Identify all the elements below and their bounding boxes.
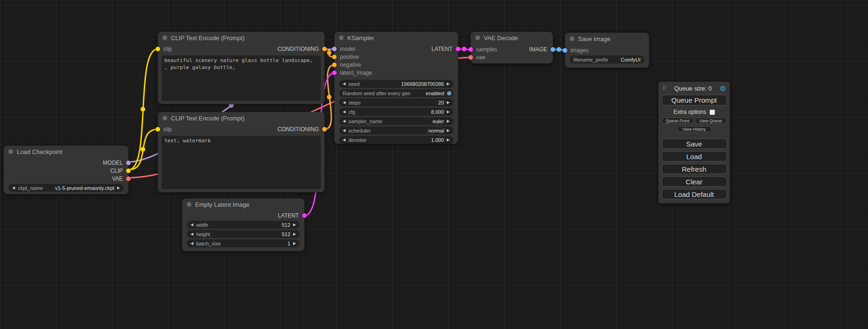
arrow-right-icon[interactable]: ▶ xyxy=(447,129,450,133)
extra-options-checkbox[interactable] xyxy=(710,110,715,115)
view-queue-button[interactable]: View Queue xyxy=(695,118,727,124)
arrow-right-icon[interactable]: ▶ xyxy=(117,186,120,190)
slot-label: vae xyxy=(476,54,485,61)
steps-widget[interactable]: ◀ steps 20 ▶ xyxy=(339,98,453,106)
widget-value: 512 xyxy=(211,222,290,228)
drag-handle-icon[interactable]: ⠿ xyxy=(662,85,666,91)
arrow-left-icon[interactable]: ◀ xyxy=(12,186,15,190)
queue-size-label: Queue size: 0 xyxy=(666,85,720,92)
clip-output-port[interactable] xyxy=(126,168,131,173)
samples-input-port[interactable] xyxy=(468,47,473,52)
latent-image-input-port[interactable] xyxy=(332,70,337,75)
scheduler-widget[interactable]: ◀ scheduler normal ▶ xyxy=(339,126,453,134)
node-header[interactable]: KSampler xyxy=(334,32,458,44)
collapse-dot-icon[interactable] xyxy=(162,116,167,120)
conditioning-output-port[interactable] xyxy=(322,47,327,51)
arrow-right-icon[interactable]: ▶ xyxy=(293,242,296,245)
arrow-right-icon[interactable]: ▶ xyxy=(447,82,450,86)
node-header[interactable]: CLIP Text Encode (Prompt) xyxy=(158,32,325,44)
latent-output-port[interactable] xyxy=(456,47,460,51)
arrow-left-icon[interactable]: ◀ xyxy=(343,82,346,86)
load-button[interactable]: Load xyxy=(662,151,727,161)
node-clip-text-encode-negative[interactable]: CLIP Text Encode (Prompt) clip CONDITION… xyxy=(158,112,325,192)
input-slot-images: images xyxy=(565,46,649,54)
queue-prompt-button[interactable]: Queue Prompt xyxy=(662,95,727,105)
view-history-button[interactable]: View History xyxy=(677,126,712,132)
link-midpoint-dot xyxy=(327,95,332,99)
node-header[interactable]: Load Checkpoint xyxy=(4,146,128,158)
widget-label: sampler_name xyxy=(348,119,382,124)
toggle-knob[interactable] xyxy=(447,91,452,96)
collapse-dot-icon[interactable] xyxy=(8,149,13,154)
node-header[interactable]: CLIP Text Encode (Prompt) xyxy=(158,112,325,124)
node-load-checkpoint[interactable]: Load Checkpoint MODEL CLIP VAE ◀ ckpt_na… xyxy=(4,146,128,194)
arrow-right-icon[interactable]: ▶ xyxy=(447,101,450,105)
settings-gear-icon[interactable]: ⚙ xyxy=(720,85,726,92)
arrow-left-icon[interactable]: ◀ xyxy=(343,129,346,133)
width-widget[interactable]: ◀ width 512 ▶ xyxy=(187,221,300,229)
arrow-left-icon[interactable]: ◀ xyxy=(343,101,346,105)
arrow-right-icon[interactable]: ▶ xyxy=(447,138,450,142)
random-seed-toggle[interactable]: Random seed after every gen enabled xyxy=(339,89,453,97)
filename-prefix-widget[interactable]: filename_prefix ComfyUI xyxy=(570,56,644,63)
arrow-left-icon[interactable]: ◀ xyxy=(343,138,346,142)
refresh-button[interactable]: Refresh xyxy=(662,164,727,174)
save-button[interactable]: Save xyxy=(662,139,727,149)
collapse-dot-icon[interactable] xyxy=(570,36,574,41)
arrow-left-icon[interactable]: ◀ xyxy=(191,232,193,236)
clip-input-port[interactable] xyxy=(155,47,160,51)
load-default-button[interactable]: Load Default xyxy=(662,189,727,199)
slot-label: clip xyxy=(163,126,172,133)
clip-input-port[interactable] xyxy=(155,127,160,132)
node-empty-latent-image[interactable]: Empty Latent Image LATENT ◀ width 512 ▶ … xyxy=(182,198,304,251)
arrow-right-icon[interactable]: ▶ xyxy=(293,223,296,227)
node-header[interactable]: Save Image xyxy=(565,33,649,45)
vae-output-port[interactable] xyxy=(126,176,131,181)
image-output-port[interactable] xyxy=(550,47,555,52)
positive-input-port[interactable] xyxy=(332,55,337,59)
model-input-port[interactable] xyxy=(332,47,337,51)
widget-value: normal xyxy=(374,128,444,133)
extra-options-row: Extra options xyxy=(661,109,727,115)
negative-prompt-textarea[interactable]: text, watermark xyxy=(162,136,321,189)
negative-input-port[interactable] xyxy=(332,63,337,67)
node-header[interactable]: VAE Decode xyxy=(471,32,553,44)
arrow-left-icon[interactable]: ◀ xyxy=(343,110,346,114)
collapse-dot-icon[interactable] xyxy=(187,202,191,207)
cfg-widget[interactable]: ◀ cfg 8.000 ▶ xyxy=(339,108,453,116)
slot-label: negative xyxy=(340,62,361,68)
vae-input-port[interactable] xyxy=(468,55,473,60)
batch-size-widget[interactable]: ◀ batch_size 1 ▶ xyxy=(187,239,300,247)
node-ksampler[interactable]: KSampler model LATENT positive negative … xyxy=(334,32,458,144)
collapse-dot-icon[interactable] xyxy=(162,35,167,40)
collapse-dot-icon[interactable] xyxy=(339,35,344,40)
conditioning-output-port[interactable] xyxy=(322,127,327,132)
graph-canvas[interactable]: { "colors": { "model": "#B39DDB", "clip"… xyxy=(0,0,868,329)
arrow-left-icon[interactable]: ◀ xyxy=(343,119,346,123)
arrow-right-icon[interactable]: ▶ xyxy=(293,232,296,236)
node-save-image[interactable]: Save Image images filename_prefix ComfyU… xyxy=(565,33,649,68)
images-input-port[interactable] xyxy=(563,48,567,53)
arrow-right-icon[interactable]: ▶ xyxy=(447,110,450,114)
arrow-right-icon[interactable]: ▶ xyxy=(447,119,450,123)
arrow-left-icon[interactable]: ◀ xyxy=(191,223,193,227)
queue-front-button[interactable]: Queue Front xyxy=(662,118,693,124)
output-slot-model: MODEL xyxy=(4,159,128,167)
model-output-port[interactable] xyxy=(126,161,131,165)
latent-output-port[interactable] xyxy=(302,213,307,218)
positive-prompt-textarea[interactable]: beautiful scenery nature glass bottle la… xyxy=(162,56,321,101)
slot-label: VAE xyxy=(112,175,123,182)
seed-widget[interactable]: ◀ seed 156680208700286 ▶ xyxy=(339,80,453,88)
clear-button[interactable]: Clear xyxy=(662,176,727,187)
height-widget[interactable]: ◀ height 512 ▶ xyxy=(187,230,300,238)
arrow-left-icon[interactable]: ◀ xyxy=(191,242,193,245)
node-header[interactable]: Empty Latent Image xyxy=(182,198,304,210)
node-clip-text-encode-positive[interactable]: CLIP Text Encode (Prompt) clip CONDITION… xyxy=(158,32,325,104)
collapse-dot-icon[interactable] xyxy=(475,35,480,40)
sampler-name-widget[interactable]: ◀ sampler_name euler ▶ xyxy=(339,117,453,125)
slot-label: CONDITIONING xyxy=(277,126,319,133)
denoise-widget[interactable]: ◀ denoise 1.000 ▶ xyxy=(339,136,453,144)
node-vae-decode[interactable]: VAE Decode samples IMAGE vae xyxy=(471,32,553,63)
ckpt-name-widget[interactable]: ◀ ckpt_name v1-5-pruned-emaonly.ckpt ▶ xyxy=(8,184,124,192)
slot-label: latent_image xyxy=(340,70,372,76)
